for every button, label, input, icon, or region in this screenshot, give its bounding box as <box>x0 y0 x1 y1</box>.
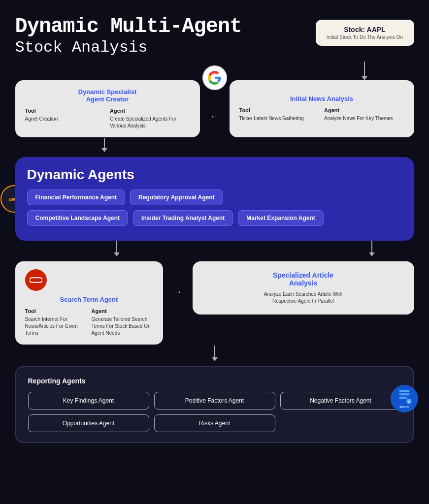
search-agent-text: Generate Tailored Search Terms For Stock… <box>92 316 153 337</box>
stock-input-box: Stock: AAPL Initial Stock To Do The Anal… <box>316 20 414 46</box>
reporting-agents-section: Reporting Agents S slurm Key Findings Ag… <box>15 366 414 443</box>
key-findings-agent-badge[interactable]: Key Findings Agent <box>28 392 149 410</box>
specialized-title: Specialized Article Analysis <box>202 271 404 287</box>
slurm-label: slurm <box>399 405 409 409</box>
news-tool-header: Tool <box>239 107 320 113</box>
initial-news-card: Initial News Analysis Tool Ticker Latest… <box>230 80 414 137</box>
svg-rect-1 <box>399 390 409 392</box>
svg-text:S: S <box>408 400 410 403</box>
left-arrow: ← <box>210 111 220 122</box>
financial-performance-agent-badge[interactable]: Financial Performance Agent <box>27 189 126 205</box>
specialized-article-card: Specialized Article Analysis Analyze Eac… <box>193 261 414 315</box>
insider-trading-analyst-agent-badge[interactable]: Insider Trading Analyst Agent <box>133 210 233 226</box>
search-agent-header: Agent <box>92 308 153 314</box>
arrow-to-reporting <box>212 346 218 361</box>
market-expansion-agent-badge[interactable]: Market Expansion Agent <box>238 210 324 226</box>
news-agent-header: Agent <box>324 107 404 113</box>
opportunities-agent-badge[interactable]: Opportunities Agent <box>28 414 149 432</box>
competitive-landscape-agent-badge[interactable]: Competitive Landscape Agent <box>27 210 129 226</box>
positive-factors-agent-badge[interactable]: Positive Factors Agent <box>154 392 275 410</box>
reporting-grid: Key Findings Agent Positive Factors Agen… <box>28 392 401 432</box>
specialist-agent-card: Dynamic Specialist Agent Creator Tool Ag… <box>15 80 200 137</box>
oracle-logo <box>25 269 47 291</box>
news-tool-text: Ticker Latest News Gathering <box>239 115 320 122</box>
search-tool-header: Tool <box>25 308 87 314</box>
svg-rect-0 <box>30 278 42 283</box>
arrow-specialist-to-dynamic <box>101 138 107 152</box>
initial-news-title: Initial News Analysis <box>239 95 404 102</box>
specialist-tool-text: Agnet Creation <box>25 116 105 123</box>
search-term-card: Search Term Agent Tool Search Internet F… <box>15 261 163 345</box>
regulatory-approval-agent-badge[interactable]: Regulatory Approval Agent <box>130 189 223 205</box>
search-term-title: Search Term Agent <box>25 296 153 303</box>
arrow-dynamic-to-specialized <box>369 241 375 256</box>
news-agent-text: Analyze News For Key Themes <box>324 115 404 122</box>
dynamic-agents-title: Dynamic Agents <box>27 167 402 183</box>
agents-row: Dynamic Specialist Agent Creator Tool Ag… <box>15 80 414 137</box>
svg-rect-3 <box>399 397 407 399</box>
stock-sublabel: Initial Stock To Do The Analysis On <box>326 34 404 40</box>
specialist-agent-text: Create Specialized Agents For Various An… <box>110 116 190 129</box>
search-tool-text: Search Internet For News/Articles For Gi… <box>25 316 87 337</box>
stock-label: Stock: AAPL <box>326 26 404 33</box>
specialist-tool-header: Tool <box>25 108 105 114</box>
specialist-agent-header: Agent <box>110 108 190 114</box>
arrow-stock-to-news <box>362 62 367 80</box>
specialized-text: Analyze Each Searched Article With Respe… <box>202 291 404 305</box>
slurm-logo: S slurm <box>391 385 418 412</box>
arrow-dynamic-to-search <box>114 241 120 256</box>
search-analysis-row: Search Term Agent Tool Search Internet F… <box>15 261 414 345</box>
risks-agent-badge[interactable]: Risks Agent <box>154 414 275 432</box>
agent-badges-row-1: Financial Performance Agent Regulatory A… <box>27 189 402 205</box>
reporting-agents-title: Reporting Agents <box>28 377 401 385</box>
negative-factors-agent-badge[interactable]: Negative Factors Agent <box>280 392 401 410</box>
specialist-card-title: Dynamic Specialist Agent Creator <box>25 88 190 103</box>
gcloud-logo <box>202 65 227 90</box>
dynamic-agents-section: Dynamic Agents Financial Performance Age… <box>15 157 414 241</box>
right-arrow-to-specialized: → <box>173 286 183 297</box>
agent-badges-row-2: Competitive Landscape Agent Insider Trad… <box>27 210 402 226</box>
svg-rect-2 <box>399 393 409 395</box>
